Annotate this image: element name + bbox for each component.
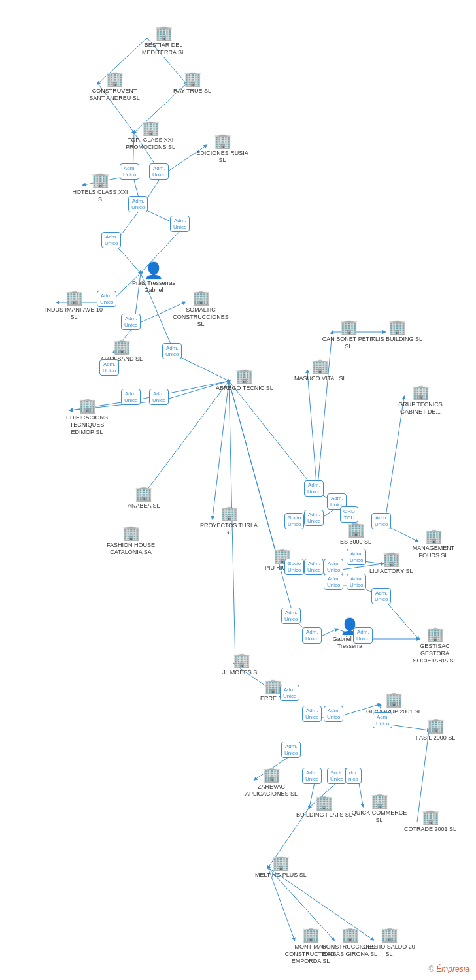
- adm-badge[interactable]: ORDTOU: [340, 506, 358, 523]
- node-adm5[interactable]: Adm.Unico: [101, 232, 121, 248]
- node-adm25[interactable]: Adm.Unico: [280, 685, 299, 701]
- building-icon: 🏢: [155, 26, 173, 41]
- node-adm3[interactable]: Adm.Unico: [128, 196, 148, 212]
- adm-badge[interactable]: Adm.Unico: [302, 627, 322, 644]
- adm-badge[interactable]: SocioÚnico: [284, 513, 304, 529]
- adm-badge[interactable]: Adm.Unico: [324, 559, 343, 575]
- node-adm21[interactable]: Adm.Unico: [371, 588, 391, 604]
- node-adm28[interactable]: Adm.Unico: [373, 712, 392, 728]
- building-icon: 🏢: [235, 369, 253, 384]
- svg-line-27: [212, 381, 229, 518]
- node-adm24[interactable]: Adm.Unico: [353, 627, 373, 644]
- node-label: BUILDING FLATS SL: [296, 811, 352, 819]
- building-icon: 🏢: [263, 768, 280, 782]
- node-adm26[interactable]: Adm.Unico: [302, 706, 322, 722]
- node-label: FASHION HOUSE CATALONIA SA: [101, 542, 160, 556]
- node-bestiar: 🏢BESTIAR DEL MEDITERRA SL: [134, 26, 193, 56]
- node-canbonet: 🏢CAN BONET PETIT SL: [319, 320, 378, 350]
- adm-badge[interactable]: Adm.Unico: [170, 216, 190, 232]
- building-icon: 🏢: [381, 928, 398, 942]
- node-proyectos: 🏢PROYECTOS TURLA SL: [199, 506, 258, 536]
- node-label: KLIS BUILDING SL: [371, 336, 422, 343]
- node-adm10[interactable]: Adm.Unico: [121, 389, 141, 405]
- node-gruptecnics: 🏢GRUP TECNICS GABINET DE...: [391, 385, 450, 416]
- adm-badge[interactable]: Adm.Unico: [162, 343, 182, 359]
- node-adm27[interactable]: Adm.Unico: [324, 706, 343, 722]
- adm-badge[interactable]: Adm.Unico: [120, 163, 139, 180]
- adm-badge[interactable]: Adm.Unico: [101, 232, 121, 248]
- adm-badge[interactable]: Adm.Unico: [302, 768, 322, 784]
- adm-badge[interactable]: Adm.Unico: [347, 549, 366, 565]
- adm-badge[interactable]: Adm.Unico: [121, 314, 141, 330]
- node-adm15[interactable]: Adm.Unico: [371, 513, 391, 529]
- building-icon: 🏢: [426, 627, 444, 642]
- adm-badge[interactable]: dm.nico: [345, 768, 362, 784]
- building-icon: 🏢: [341, 928, 359, 942]
- node-fashionhouse: 🏢FASHION HOUSE CATALONIA SA: [101, 526, 160, 556]
- node-adm18[interactable]: Adm.Unico: [347, 549, 366, 565]
- node-adm12[interactable]: Adm.Unico: [304, 480, 324, 497]
- adm-badge[interactable]: Adm.Unico: [304, 510, 324, 526]
- adm-badge[interactable]: Adm.Unico: [280, 685, 299, 701]
- node-adm1[interactable]: Adm.Unico: [120, 163, 139, 180]
- adm-badge[interactable]: Adm.Unico: [121, 389, 141, 405]
- adm-badge[interactable]: Adm.Unico: [149, 389, 169, 405]
- node-socio3[interactable]: SocioÚnico: [327, 768, 347, 784]
- adm-badge[interactable]: SocioÚnico: [284, 559, 304, 575]
- adm-badge[interactable]: Adm.Unico: [128, 196, 148, 212]
- adm-badge[interactable]: Adm.Unico: [304, 480, 324, 497]
- building-icon: 🏢: [347, 523, 365, 537]
- node-cotrade: 🏢COTRADE 2001 SL: [404, 810, 456, 833]
- node-adm19[interactable]: Adm.Unico: [324, 574, 343, 590]
- adm-badge[interactable]: Adm.Unico: [324, 706, 343, 722]
- node-adm29[interactable]: Adm.Unico: [281, 742, 301, 758]
- adm-badge[interactable]: Adm.Unico: [97, 291, 116, 307]
- node-adm31[interactable]: dm.nico: [345, 768, 362, 784]
- node-adm17[interactable]: Adm.Unico: [324, 559, 343, 575]
- node-label: ZAREVAC APLICACIONES SL: [242, 783, 301, 798]
- node-adm22[interactable]: Adm.Unico: [281, 608, 301, 624]
- building-icon: 🏢: [371, 794, 388, 808]
- adm-badge[interactable]: Adm.Unico: [149, 163, 169, 180]
- adm-badge[interactable]: Adm.Unico: [99, 359, 119, 376]
- node-socio2[interactable]: SocioÚnico: [284, 559, 304, 575]
- node-adm7[interactable]: Adm.Unico: [121, 314, 141, 330]
- node-prats: 👤Prats Tresserras Gabriel: [128, 261, 180, 294]
- node-label: ANABEA SL: [128, 502, 160, 510]
- node-construvent: 🏢CONSTRUVENT SANT ANDREU SL: [85, 72, 144, 102]
- node-adm14[interactable]: Adm.Unico: [304, 510, 324, 526]
- node-adm30[interactable]: Adm.Unico: [302, 768, 322, 784]
- svg-line-33: [384, 397, 404, 525]
- adm-badge[interactable]: Adm.Unico: [304, 559, 324, 575]
- node-adm20[interactable]: Adm.Unico: [347, 574, 366, 590]
- adm-badge[interactable]: Adm.Unico: [371, 513, 391, 529]
- building-icon: 🏢: [340, 320, 358, 335]
- node-adm2[interactable]: Adm.Unico: [149, 163, 169, 180]
- node-adm23[interactable]: Adm.Unico: [302, 627, 322, 644]
- adm-badge[interactable]: Adm.Unico: [281, 742, 301, 758]
- adm-badge[interactable]: Adm.Unico: [281, 608, 301, 624]
- node-label: EDIFICACIONS TECNIQUES EDIMOP SL: [58, 414, 116, 435]
- node-ordu[interactable]: ORDTOU: [340, 506, 358, 523]
- node-socio1[interactable]: SocioÚnico: [284, 513, 304, 529]
- node-adm16[interactable]: Adm.Unico: [304, 559, 324, 575]
- node-label: MELTING PLUS SL: [255, 872, 307, 879]
- node-adm9[interactable]: Adm.Unico: [162, 343, 182, 359]
- adm-badge[interactable]: SocioÚnico: [327, 768, 347, 784]
- adm-badge[interactable]: Adm.Unico: [302, 706, 322, 722]
- node-adm11[interactable]: Adm.Unico: [149, 389, 169, 405]
- node-label: JL MODES SL: [222, 669, 260, 676]
- adm-badge[interactable]: Adm.Unico: [373, 712, 392, 728]
- svg-line-24: [134, 381, 229, 400]
- adm-badge[interactable]: Adm.Unico: [324, 574, 343, 590]
- adm-badge[interactable]: Adm.Unico: [347, 574, 366, 590]
- adm-badge[interactable]: Adm.Unico: [371, 588, 391, 604]
- node-somaltic: 🏢SOMALTIC CONSTRUCCIONES SL: [171, 291, 230, 327]
- building-icon: 🏢: [302, 928, 320, 942]
- node-label: QUICK COMMERCE SL: [350, 809, 409, 824]
- node-adm6[interactable]: Adm.Unico: [97, 291, 116, 307]
- node-anabea: 🏢ANABEA SL: [128, 487, 160, 510]
- node-adm4[interactable]: Adm.Unico: [170, 216, 190, 232]
- adm-badge[interactable]: Adm.Unico: [353, 627, 373, 644]
- node-adm8[interactable]: Adm.Unico: [99, 359, 119, 376]
